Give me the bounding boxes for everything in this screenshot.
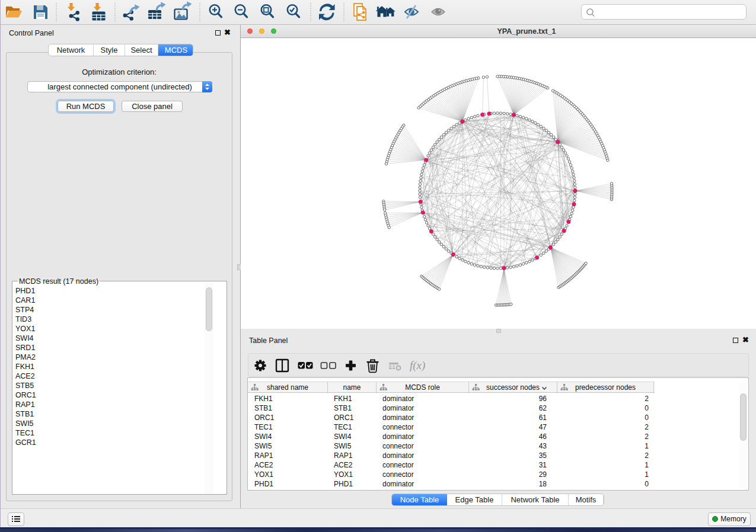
svg-text:f(x): f(x) xyxy=(410,359,425,372)
